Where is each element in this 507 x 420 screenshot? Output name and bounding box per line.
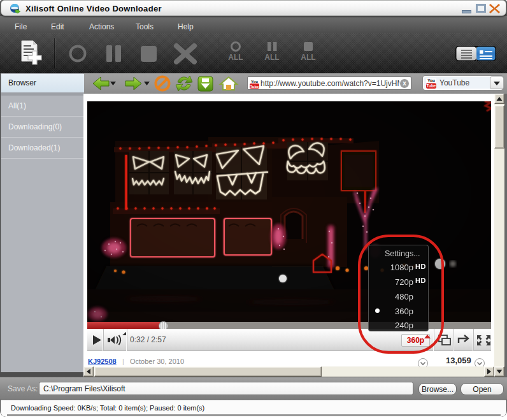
svg-text:ALL: ALL bbox=[301, 53, 315, 62]
svg-text:Tube: Tube bbox=[427, 83, 436, 88]
svg-text:ALL: ALL bbox=[228, 53, 243, 62]
svg-text:Tube: Tube bbox=[250, 85, 259, 89]
svg-text:You: You bbox=[427, 78, 435, 83]
svg-text:ALL: ALL bbox=[264, 53, 279, 62]
svg-text:You: You bbox=[251, 80, 258, 83]
